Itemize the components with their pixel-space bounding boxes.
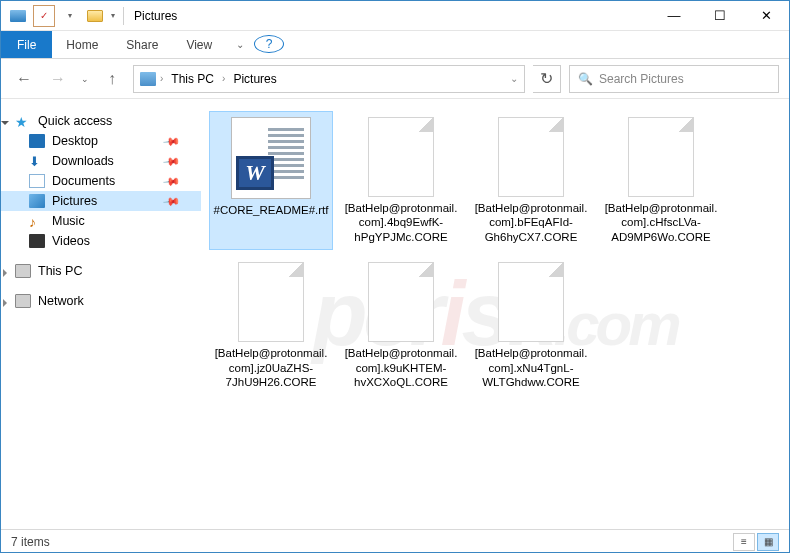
status-bar: 7 items ≡ ▦	[1, 529, 789, 553]
network-icon	[15, 294, 31, 308]
sidebar-label: Network	[38, 294, 84, 308]
breadcrumb-pictures[interactable]: Pictures	[229, 70, 280, 88]
blank-file-icon	[498, 262, 564, 342]
sidebar-item-label: Desktop	[52, 134, 98, 148]
address-dropdown-icon[interactable]: ⌄	[510, 73, 518, 84]
tab-view[interactable]: View	[172, 31, 226, 58]
chevron-right-icon[interactable]: ›	[222, 73, 225, 84]
blank-file-icon	[628, 117, 694, 197]
window-controls: — ☐ ✕	[651, 1, 789, 31]
navigation-pane: ★ Quick access Desktop📌⬇Downloads📌Docume…	[1, 99, 201, 529]
file-item[interactable]: [BatHelp@protonmail.com].jz0UaZHS-7JhU9H…	[209, 256, 333, 395]
docs-icon	[29, 174, 45, 188]
separator	[123, 7, 124, 25]
file-name: [BatHelp@protonmail.com].bFEqAFId-Gh6hyC…	[473, 201, 589, 244]
sidebar-item-label: Music	[52, 214, 85, 228]
blank-file-icon	[368, 117, 434, 197]
rtf-file-icon: W	[231, 117, 311, 199]
quick-access-toolbar: ✓ ▾ ▾	[7, 5, 117, 27]
blank-file-icon	[238, 262, 304, 342]
item-count: 7 items	[11, 535, 50, 549]
sidebar-quick-access[interactable]: ★ Quick access	[1, 111, 201, 131]
pin-icon: 📌	[162, 192, 181, 211]
downloads-icon: ⬇	[29, 154, 45, 168]
location-icon	[140, 72, 156, 86]
sidebar-this-pc[interactable]: This PC	[1, 261, 201, 281]
file-name: [BatHelp@protonmail.com].4bq9EwfK-hPgYPJ…	[343, 201, 459, 244]
refresh-button[interactable]: ↻	[533, 65, 561, 93]
search-input[interactable]: 🔍 Search Pictures	[569, 65, 779, 93]
close-button[interactable]: ✕	[743, 1, 789, 31]
properties-icon[interactable]: ✓	[33, 5, 55, 27]
folder-icon	[87, 10, 103, 22]
breadcrumb-thispc[interactable]: This PC	[167, 70, 218, 88]
recent-locations-icon[interactable]: ⌄	[79, 74, 91, 84]
file-name: #CORE_README#.rtf	[213, 203, 328, 217]
sidebar-item-label: Downloads	[52, 154, 114, 168]
file-name: [BatHelp@protonmail.com].cHfscLVa-AD9MP6…	[603, 201, 719, 244]
file-item[interactable]: [BatHelp@protonmail.com].cHfscLVa-AD9MP6…	[599, 111, 723, 250]
address-bar[interactable]: › This PC › Pictures ⌄	[133, 65, 525, 93]
chevron-right-icon[interactable]: ›	[160, 73, 163, 84]
title-bar: ✓ ▾ ▾ Pictures — ☐ ✕	[1, 1, 789, 31]
qat-dropdown-icon[interactable]: ▾	[59, 5, 81, 27]
sidebar-item-videos[interactable]: Videos	[1, 231, 201, 251]
forward-button[interactable]: →	[45, 66, 71, 92]
sidebar-item-desktop[interactable]: Desktop📌	[1, 131, 201, 151]
window-title: Pictures	[134, 9, 177, 23]
search-placeholder: Search Pictures	[599, 72, 684, 86]
main-area: ★ Quick access Desktop📌⬇Downloads📌Docume…	[1, 99, 789, 529]
back-button[interactable]: ←	[11, 66, 37, 92]
help-icon[interactable]: ?	[254, 35, 284, 53]
sidebar-item-label: Documents	[52, 174, 115, 188]
sidebar-label: Quick access	[38, 114, 112, 128]
blank-file-icon	[498, 117, 564, 197]
up-button[interactable]: ↑	[99, 66, 125, 92]
file-tab[interactable]: File	[1, 31, 52, 58]
pics-icon	[29, 194, 45, 208]
star-icon: ★	[15, 114, 31, 128]
file-item[interactable]: [BatHelp@protonmail.com].4bq9EwfK-hPgYPJ…	[339, 111, 463, 250]
file-name: [BatHelp@protonmail.com].xNu4TgnL-WLTGhd…	[473, 346, 589, 389]
file-name: [BatHelp@protonmail.com].k9uKHTEM-hvXCXo…	[343, 346, 459, 389]
sidebar-item-documents[interactable]: Documents📌	[1, 171, 201, 191]
music-icon: ♪	[29, 214, 45, 228]
pin-icon: 📌	[162, 172, 181, 191]
sidebar-item-music[interactable]: ♪Music	[1, 211, 201, 231]
sidebar-label: This PC	[38, 264, 82, 278]
maximize-button[interactable]: ☐	[697, 1, 743, 31]
videos-icon	[29, 234, 45, 248]
sidebar-item-label: Videos	[52, 234, 90, 248]
explorer-icon	[7, 5, 29, 27]
sidebar-item-downloads[interactable]: ⬇Downloads📌	[1, 151, 201, 171]
file-item[interactable]: [BatHelp@protonmail.com].xNu4TgnL-WLTGhd…	[469, 256, 593, 395]
computer-icon	[15, 264, 31, 278]
file-name: [BatHelp@protonmail.com].jz0UaZHS-7JhU9H…	[213, 346, 329, 389]
file-item[interactable]: [BatHelp@protonmail.com].k9uKHTEM-hvXCXo…	[339, 256, 463, 395]
tab-share[interactable]: Share	[112, 31, 172, 58]
sidebar-item-label: Pictures	[52, 194, 97, 208]
pin-icon: 📌	[162, 152, 181, 171]
icons-view-button[interactable]: ▦	[757, 533, 779, 551]
qat-customize-icon[interactable]: ▾	[109, 11, 117, 20]
search-icon: 🔍	[578, 72, 593, 86]
desktop-icon	[29, 134, 45, 148]
sidebar-network[interactable]: Network	[1, 291, 201, 311]
ribbon-tabs: File Home Share View ⌄ ?	[1, 31, 789, 59]
file-item[interactable]: W#CORE_README#.rtf	[209, 111, 333, 250]
file-item[interactable]: [BatHelp@protonmail.com].bFEqAFId-Gh6hyC…	[469, 111, 593, 250]
minimize-button[interactable]: —	[651, 1, 697, 31]
blank-file-icon	[368, 262, 434, 342]
expand-ribbon-icon[interactable]: ⌄	[226, 31, 254, 58]
sidebar-item-pictures[interactable]: Pictures📌	[1, 191, 201, 211]
pin-icon: 📌	[162, 132, 181, 151]
navigation-bar: ← → ⌄ ↑ › This PC › Pictures ⌄ ↻ 🔍 Searc…	[1, 59, 789, 99]
details-view-button[interactable]: ≡	[733, 533, 755, 551]
file-list[interactable]: pcrisk.com W#CORE_README#.rtf[BatHelp@pr…	[201, 99, 789, 529]
tab-home[interactable]: Home	[52, 31, 112, 58]
